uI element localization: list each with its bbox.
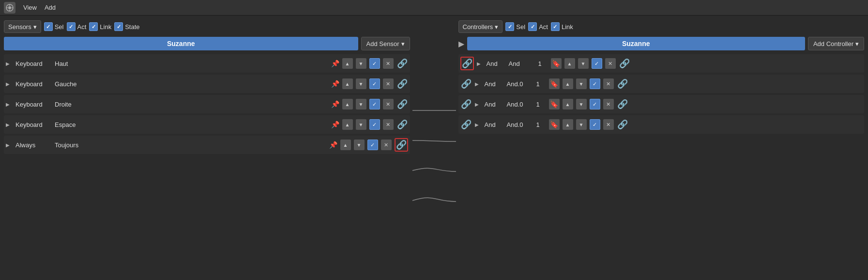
sensor-1-name: Gauche (55, 80, 328, 88)
sensor-4-up[interactable]: ▲ (340, 140, 351, 150)
sensor-2-pin[interactable]: 📌 (331, 100, 339, 108)
sensor-4-x[interactable]: ✕ (381, 140, 392, 150)
sensor-0-check[interactable]: ✓ (369, 58, 380, 69)
sensor-3-x[interactable]: ✕ (383, 119, 394, 130)
ctrl-0-name: And (509, 60, 535, 67)
sensor-1-up[interactable]: ▲ (342, 78, 353, 89)
ctrl-0-bookmark[interactable]: 🔖 (551, 58, 562, 69)
ctrl-link-label: Link (562, 23, 573, 31)
ctrl-2-check[interactable]: ✓ (590, 99, 600, 109)
sensor-4-link-red[interactable]: 🔗 (395, 138, 408, 152)
sensor-3-check[interactable]: ✓ (369, 119, 380, 130)
sensors-link-checkbox[interactable] (89, 22, 98, 31)
ctrl-3-expand[interactable]: ▶ (475, 122, 482, 127)
ctrl-add-btn[interactable]: Add Controller ▾ (808, 37, 864, 50)
sensor-0-x[interactable]: ✕ (383, 58, 394, 69)
ctrl-1-link[interactable]: 🔗 (617, 78, 628, 89)
ctrl-2-x[interactable]: ✕ (603, 99, 614, 109)
sensor-3-up[interactable]: ▲ (342, 119, 353, 130)
controllers-label: Controllers (463, 23, 493, 31)
ctrl-1-down[interactable]: ▼ (576, 78, 587, 89)
ctrl-1-bookmark[interactable]: 🔖 (549, 78, 560, 89)
sensors-sel-label: Sel (55, 23, 64, 31)
menu-view[interactable]: View (23, 4, 37, 11)
sensor-0-type: Keyboard (15, 60, 52, 67)
ctrl-0-check[interactable]: ✓ (592, 58, 602, 69)
sensor-1-expand[interactable]: ▶ (6, 81, 13, 87)
ctrl-2-up[interactable]: ▲ (563, 99, 573, 109)
sensor-4-pin[interactable]: 📌 (329, 141, 337, 149)
sensor-4-expand[interactable]: ▶ (6, 142, 13, 148)
ctrl-sel-checkbox[interactable] (505, 22, 514, 31)
sensor-3-expand[interactable]: ▶ (6, 122, 13, 127)
ctrl-0-link-red[interactable]: 🔗 (460, 57, 474, 70)
ctrl-0-expand[interactable]: ▶ (477, 61, 484, 66)
sensor-1-type: Keyboard (15, 80, 52, 88)
sensors-add-btn[interactable]: Add Sensor ▾ (361, 37, 410, 50)
ctrl-link-checkbox[interactable] (551, 22, 560, 31)
menu-add[interactable]: Add (45, 4, 56, 11)
sensor-0-down[interactable]: ▼ (356, 58, 366, 69)
sensors-dropdown[interactable]: Sensors ▾ (4, 20, 41, 33)
sensor-2-name: Droite (55, 101, 328, 108)
ctrl-3-x[interactable]: ✕ (603, 119, 614, 130)
sensor-0-link[interactable]: 🔗 (396, 58, 408, 69)
ctrl-1-x[interactable]: ✕ (603, 78, 614, 89)
sensor-4-check[interactable]: ✓ (367, 140, 378, 150)
ctrl-3-link[interactable]: 🔗 (617, 119, 628, 130)
sensor-4-down[interactable]: ▼ (354, 140, 365, 150)
ctrl-3-up[interactable]: ▲ (563, 119, 573, 130)
sensor-0-expand[interactable]: ▶ (6, 61, 13, 66)
sensors-panel: Sensors ▾ Sel Act Link State Suzanne (4, 19, 410, 276)
ctrl-0-up[interactable]: ▲ (564, 58, 575, 69)
sensor-0-pin[interactable]: 📌 (331, 60, 339, 67)
ctrl-2-bookmark[interactable]: 🔖 (549, 99, 560, 109)
sensors-sel-checkbox[interactable] (44, 22, 53, 31)
ctrl-1-check[interactable]: ✓ (590, 78, 600, 89)
sensor-1-pin[interactable]: 📌 (331, 80, 339, 88)
controllers-dropdown[interactable]: Controllers ▾ (458, 20, 503, 33)
ctrl-0-down[interactable]: ▼ (578, 58, 589, 69)
sensor-2-link[interactable]: 🔗 (396, 99, 408, 109)
sensor-2-down[interactable]: ▼ (356, 99, 366, 109)
ctrl-3-bookmark[interactable]: 🔖 (549, 119, 560, 130)
controllers-header: Controllers ▾ Sel Act Link (458, 19, 865, 34)
ctrl-expand-arrow[interactable]: ▶ (458, 39, 464, 48)
ctrl-1-expand[interactable]: ▶ (475, 81, 482, 87)
ctrl-0-link[interactable]: 🔗 (619, 58, 630, 69)
sensor-2-up[interactable]: ▲ (342, 99, 353, 109)
ctrl-3-check[interactable]: ✓ (590, 119, 600, 130)
sensor-3-down[interactable]: ▼ (356, 119, 366, 130)
connector-area (410, 19, 458, 276)
sensor-3-link[interactable]: 🔗 (396, 119, 408, 130)
sensor-2-expand[interactable]: ▶ (6, 102, 13, 107)
ctrl-2-num: 1 (536, 101, 546, 108)
sensor-1-x[interactable]: ✕ (383, 78, 394, 89)
sensor-1-down[interactable]: ▼ (356, 78, 366, 89)
app-icon (4, 2, 15, 14)
sensors-act-checkbox[interactable] (67, 22, 76, 31)
sensors-sel-group: Sel (44, 22, 64, 31)
ctrl-0-num: 1 (538, 60, 548, 67)
sensor-0-up[interactable]: ▲ (342, 58, 353, 69)
ctrl-act-checkbox[interactable] (528, 22, 537, 31)
sensor-2-type: Keyboard (15, 101, 52, 108)
ctrl-0-x[interactable]: ✕ (605, 58, 616, 69)
sensor-1-check[interactable]: ✓ (369, 78, 380, 89)
sensors-act-group: Act (67, 22, 87, 31)
sensors-state-checkbox[interactable] (114, 22, 123, 31)
ctrl-object-name[interactable]: Suzanne (467, 37, 805, 50)
ctrl-1-link-left[interactable]: 🔗 (460, 78, 472, 89)
ctrl-2-link-left[interactable]: 🔗 (460, 99, 472, 109)
sensor-2-check[interactable]: ✓ (369, 99, 380, 109)
sensors-object-name[interactable]: Suzanne (4, 37, 358, 50)
sensor-1-link[interactable]: 🔗 (396, 78, 408, 89)
ctrl-2-down[interactable]: ▼ (576, 99, 587, 109)
sensor-3-pin[interactable]: 📌 (331, 121, 339, 128)
ctrl-3-down[interactable]: ▼ (576, 119, 587, 130)
ctrl-3-link-left[interactable]: 🔗 (460, 119, 472, 130)
sensor-2-x[interactable]: ✕ (383, 99, 394, 109)
ctrl-1-up[interactable]: ▲ (563, 78, 573, 89)
ctrl-2-link[interactable]: 🔗 (617, 99, 628, 109)
ctrl-2-expand[interactable]: ▶ (475, 102, 482, 107)
